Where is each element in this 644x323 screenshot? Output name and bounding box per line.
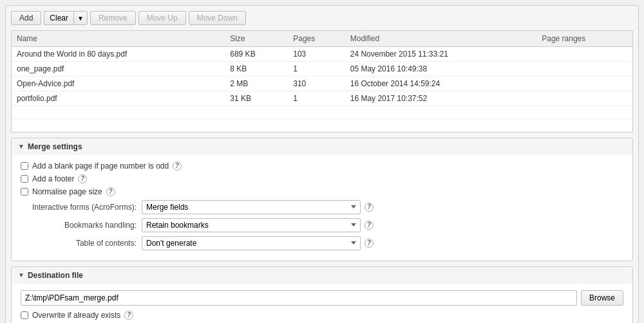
clear-dropdown-arrow[interactable]: ▼ bbox=[73, 11, 88, 25]
destination-arrow: ▼ bbox=[18, 272, 24, 279]
cell-page_ranges bbox=[536, 91, 632, 106]
bookmarks-label: Bookmarks handling: bbox=[21, 221, 137, 230]
cell-size: 31 KB bbox=[225, 91, 288, 106]
overwrite-help-icon[interactable]: ? bbox=[124, 311, 133, 320]
toc-label: Table of contents: bbox=[21, 239, 137, 248]
main-panel: Add Clear ▼ Remove Move Up Move Down Nam… bbox=[5, 5, 639, 323]
overwrite-label: Overwrite if already exists bbox=[32, 311, 120, 320]
toc-wrap: Don't generate Generate ? bbox=[142, 236, 623, 250]
toc-select[interactable]: Don't generate Generate bbox=[142, 236, 361, 250]
destination-section: ▼ Destination file Browse Overwrite if a… bbox=[11, 266, 633, 324]
destination-header[interactable]: ▼ Destination file bbox=[12, 267, 632, 284]
cell-pages: 310 bbox=[288, 77, 345, 91]
table-row[interactable]: portfolio.pdf31 KB116 May 2017 10:37:52 bbox=[12, 91, 632, 106]
footer-row: Add a footer ? bbox=[21, 174, 623, 183]
dest-path-row: Browse bbox=[21, 290, 623, 306]
cell-name: one_page.pdf bbox=[12, 62, 225, 77]
move-down-button[interactable]: Move Down bbox=[189, 11, 246, 25]
interactive-forms-select[interactable]: Merge fields Flatten Discard bbox=[142, 200, 361, 214]
empty-row bbox=[12, 106, 632, 119]
cell-name: portfolio.pdf bbox=[12, 91, 225, 106]
normalise-label: Normalise page size bbox=[32, 187, 102, 196]
cell-size: 8 KB bbox=[225, 62, 288, 77]
col-modified: Modified bbox=[345, 31, 536, 47]
bookmarks-row: Bookmarks handling: Retain bookmarks Dis… bbox=[21, 218, 623, 232]
normalise-checkbox[interactable] bbox=[21, 188, 28, 196]
footer-help-icon[interactable]: ? bbox=[78, 174, 87, 183]
dest-path-input[interactable] bbox=[21, 290, 577, 306]
interactive-forms-wrap: Merge fields Flatten Discard ? bbox=[142, 200, 623, 214]
file-table-container: Name Size Pages Modified Page ranges Aro… bbox=[11, 30, 633, 133]
cell-page_ranges bbox=[536, 47, 632, 62]
cell-modified: 05 May 2016 10:49:38 bbox=[345, 62, 536, 77]
cell-size: 689 KB bbox=[225, 47, 288, 62]
cell-name: Open-Advice.pdf bbox=[12, 77, 225, 91]
col-size: Size bbox=[225, 31, 288, 47]
cell-modified: 24 November 2015 11:33:21 bbox=[345, 47, 536, 62]
browse-button[interactable]: Browse bbox=[581, 290, 623, 306]
clear-split-button: Clear ▼ bbox=[44, 11, 88, 25]
toc-row: Table of contents: Don't generate Genera… bbox=[21, 236, 623, 250]
col-pages: Pages bbox=[288, 31, 345, 47]
interactive-forms-help-icon[interactable]: ? bbox=[365, 203, 374, 212]
cell-pages: 1 bbox=[288, 62, 345, 77]
add-button[interactable]: Add bbox=[11, 11, 41, 25]
bookmarks-help-icon[interactable]: ? bbox=[365, 221, 374, 230]
normalise-help-icon[interactable]: ? bbox=[106, 187, 115, 196]
overwrite-row: Overwrite if already exists ? bbox=[21, 311, 623, 320]
footer-checkbox[interactable] bbox=[21, 175, 28, 183]
normalise-row: Normalise page size ? bbox=[21, 187, 623, 196]
clear-button[interactable]: Clear bbox=[44, 11, 73, 25]
empty-row bbox=[12, 119, 632, 132]
cell-size: 2 MB bbox=[225, 77, 288, 91]
merge-settings-title: Merge settings bbox=[28, 142, 82, 151]
remove-button[interactable]: Remove bbox=[90, 11, 136, 25]
toolbar: Add Clear ▼ Remove Move Up Move Down bbox=[11, 11, 633, 25]
col-name: Name bbox=[12, 31, 225, 47]
table-row[interactable]: Open-Advice.pdf2 MB31016 October 2014 14… bbox=[12, 77, 632, 91]
merge-settings-section: ▼ Merge settings Add a blank page if pag… bbox=[11, 138, 633, 261]
toc-help-icon[interactable]: ? bbox=[365, 239, 374, 248]
table-row[interactable]: Around the World in 80 days.pdf689 KB103… bbox=[12, 47, 632, 62]
cell-name: Around the World in 80 days.pdf bbox=[12, 47, 225, 62]
cell-pages: 1 bbox=[288, 91, 345, 106]
col-page-ranges: Page ranges bbox=[536, 31, 632, 47]
file-table: Name Size Pages Modified Page ranges Aro… bbox=[12, 31, 632, 132]
destination-body: Browse Overwrite if already exists ? ▶ S… bbox=[12, 284, 632, 324]
overwrite-checkbox[interactable] bbox=[21, 311, 28, 319]
blank-page-label: Add a blank page if page number is odd bbox=[32, 162, 169, 171]
merge-settings-arrow: ▼ bbox=[18, 143, 24, 150]
merge-settings-header[interactable]: ▼ Merge settings bbox=[12, 138, 632, 155]
blank-page-checkbox[interactable] bbox=[21, 162, 28, 170]
interactive-forms-row: Interactive forms (AcroForms): Merge fie… bbox=[21, 200, 623, 214]
bookmarks-select[interactable]: Retain bookmarks Discard bookmarks Creat… bbox=[142, 218, 361, 232]
footer-label: Add a footer bbox=[32, 174, 74, 183]
move-up-button[interactable]: Move Up bbox=[138, 11, 186, 25]
interactive-forms-label: Interactive forms (AcroForms): bbox=[21, 203, 137, 212]
bookmarks-wrap: Retain bookmarks Discard bookmarks Creat… bbox=[142, 218, 623, 232]
table-row[interactable]: one_page.pdf8 KB105 May 2016 10:49:38 bbox=[12, 62, 632, 77]
cell-page_ranges bbox=[536, 62, 632, 77]
destination-title: Destination file bbox=[28, 271, 83, 280]
cell-modified: 16 October 2014 14:59:24 bbox=[345, 77, 536, 91]
merge-settings-body: Add a blank page if page number is odd ?… bbox=[12, 155, 632, 261]
cell-pages: 103 bbox=[288, 47, 345, 62]
blank-page-row: Add a blank page if page number is odd ? bbox=[21, 162, 623, 171]
cell-page_ranges bbox=[536, 77, 632, 91]
blank-page-help-icon[interactable]: ? bbox=[173, 162, 182, 171]
cell-modified: 16 May 2017 10:37:52 bbox=[345, 91, 536, 106]
